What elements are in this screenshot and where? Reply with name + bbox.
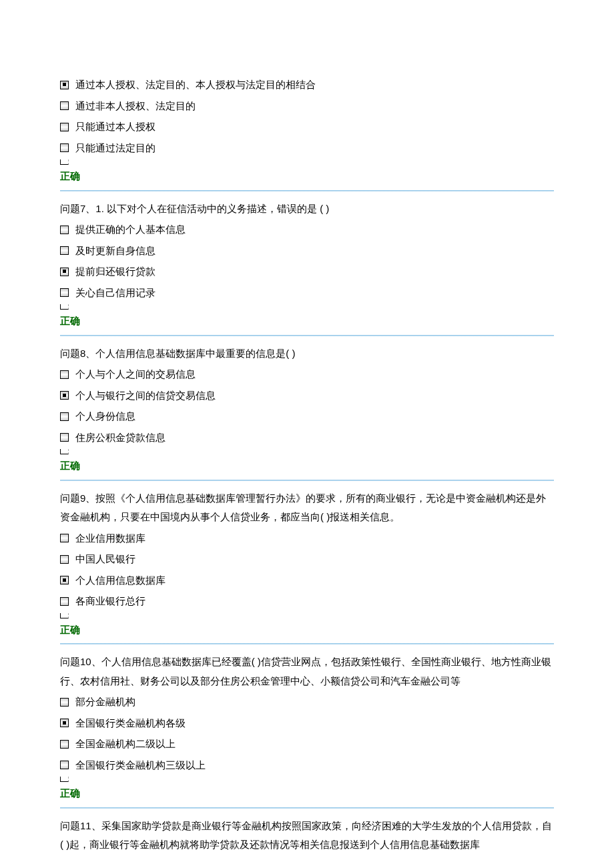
option-text: 住房公积金贷款信息: [75, 428, 166, 448]
partial-icon: [60, 449, 69, 454]
option-row: [60, 613, 554, 618]
option-row: 部分金融机构: [60, 693, 554, 712]
option-row: [60, 304, 554, 310]
option-row: 通过非本人授权、法定目的: [60, 97, 554, 116]
option-row: 全国银行类金融机构三级以上: [60, 756, 554, 775]
option-row: 企业信用数据库: [60, 529, 554, 548]
option-row: [60, 159, 554, 165]
divider: [60, 643, 554, 644]
question-block: 问题7、1. 以下对个人在征信活动中的义务描述，错误的是 ( ) 提供正确的个人…: [60, 199, 554, 331]
question-text: 问题11、采集国家助学贷款是商业银行等金融机构按照国家政策，向经济困难的大学生发…: [60, 817, 554, 855]
option-row: 个人身份信息: [60, 407, 554, 426]
option-text: 各商业银行总行: [75, 592, 145, 611]
correct-label: 正确: [60, 620, 554, 640]
correct-label: 正确: [60, 167, 554, 186]
option-row: 通过本人授权、法定目的、本人授权与法定目的相结合: [60, 75, 554, 95]
option-text: 中国人民银行: [75, 550, 135, 569]
option-row: 关心自己信用记录: [60, 284, 554, 303]
correct-label: 正确: [60, 456, 554, 476]
radio-icon[interactable]: [60, 698, 69, 707]
correct-label: 正确: [60, 784, 554, 803]
option-row: 全国银行类金融机构各级: [60, 714, 554, 733]
option-row: 个人与个人之间的交易信息: [60, 365, 554, 384]
option-text: 提前归还银行贷款: [75, 262, 156, 282]
option-row: 及时更新自身信息: [60, 242, 554, 261]
question-block: 通过本人授权、法定目的、本人授权与法定目的相结合 通过非本人授权、法定目的 只能…: [60, 75, 554, 186]
question-block: 问题10、个人信用信息基础数据库已经覆盖( )信贷营业网点，包括政策性银行、全国…: [60, 653, 554, 803]
question-block: 问题11、采集国家助学贷款是商业银行等金融机构按照国家政策，向经济困难的大学生发…: [60, 817, 554, 855]
radio-icon[interactable]: [60, 433, 69, 442]
question-text: 问题9、按照《个人信用信息基础数据库管理暂行办法》的要求，所有的商业银行，无论是…: [60, 489, 554, 527]
divider: [60, 480, 554, 481]
option-text: 个人信用信息数据库: [75, 571, 166, 590]
option-row: 全国金融机构二级以上: [60, 735, 554, 754]
radio-icon[interactable]: [60, 246, 69, 255]
option-row: 个人与银行之间的信贷交易信息: [60, 386, 554, 406]
question-block: 问题8、个人信用信息基础数据库中最重要的信息是( ) 个人与个人之间的交易信息 …: [60, 344, 554, 476]
partial-icon: [60, 159, 69, 165]
question-text: 问题8、个人信用信息基础数据库中最重要的信息是( ): [60, 344, 554, 364]
option-row: 提供正确的个人基本信息: [60, 220, 554, 240]
question-text: 问题10、个人信用信息基础数据库已经覆盖( )信贷营业网点，包括政策性银行、全国…: [60, 653, 554, 691]
question-text: 问题7、1. 以下对个人在征信活动中的义务描述，错误的是 ( ): [60, 199, 554, 219]
option-row: 住房公积金贷款信息: [60, 428, 554, 448]
option-text: 个人与个人之间的交易信息: [75, 365, 196, 384]
divider: [60, 335, 554, 336]
question-block: 问题9、按照《个人信用信息基础数据库管理暂行办法》的要求，所有的商业银行，无论是…: [60, 489, 554, 640]
radio-icon[interactable]: [60, 576, 69, 584]
option-row: 各商业银行总行: [60, 592, 554, 611]
option-text: 全国银行类金融机构三级以上: [75, 756, 206, 775]
partial-icon: [60, 777, 69, 782]
option-text: 及时更新自身信息: [75, 242, 156, 261]
option-row: [60, 777, 554, 782]
option-text: 个人与银行之间的信贷交易信息: [75, 386, 216, 406]
correct-label: 正确: [60, 312, 554, 331]
option-row: 提前归还银行贷款: [60, 262, 554, 282]
partial-icon: [60, 613, 69, 618]
option-row: [60, 449, 554, 454]
radio-icon[interactable]: [60, 719, 69, 727]
option-text: 只能通过本人授权: [75, 117, 156, 137]
radio-icon[interactable]: [60, 370, 69, 379]
option-row: 个人信用信息数据库: [60, 571, 554, 590]
partial-icon: [60, 304, 69, 310]
divider: [60, 190, 554, 191]
radio-icon[interactable]: [60, 597, 69, 606]
option-text: 提供正确的个人基本信息: [75, 220, 186, 240]
option-row: 只能通过法定目的: [60, 139, 554, 158]
radio-icon[interactable]: [60, 412, 69, 421]
divider: [60, 807, 554, 809]
radio-icon[interactable]: [60, 226, 69, 234]
radio-icon[interactable]: [60, 81, 69, 89]
radio-icon[interactable]: [60, 123, 69, 131]
option-text: 个人身份信息: [75, 407, 135, 426]
radio-icon[interactable]: [60, 740, 69, 749]
radio-icon[interactable]: [60, 101, 69, 110]
option-row: 只能通过本人授权: [60, 117, 554, 137]
radio-icon[interactable]: [60, 391, 69, 400]
option-text: 企业信用数据库: [75, 529, 145, 548]
radio-icon[interactable]: [60, 268, 69, 276]
option-text: 全国金融机构二级以上: [75, 735, 176, 754]
radio-icon[interactable]: [60, 555, 69, 564]
option-text: 通过非本人授权、法定目的: [75, 97, 196, 116]
option-text: 通过本人授权、法定目的、本人授权与法定目的相结合: [75, 75, 316, 95]
radio-icon[interactable]: [60, 143, 69, 152]
option-text: 只能通过法定目的: [75, 139, 156, 158]
option-text: 关心自己信用记录: [75, 284, 156, 303]
option-text: 全国银行类金融机构各级: [75, 714, 186, 733]
option-text: 部分金融机构: [75, 693, 135, 712]
radio-icon[interactable]: [60, 288, 69, 297]
radio-icon[interactable]: [60, 761, 69, 769]
radio-icon[interactable]: [60, 534, 69, 542]
option-row: 中国人民银行: [60, 550, 554, 569]
